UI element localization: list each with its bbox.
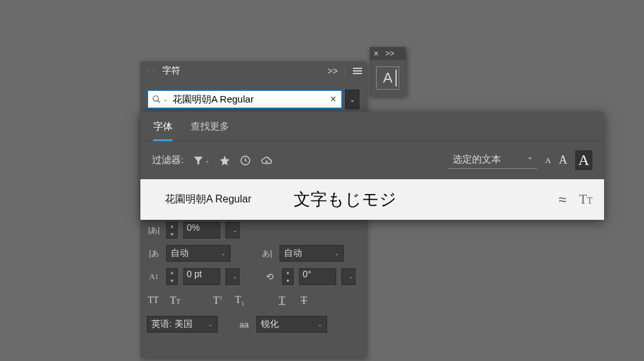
kerning-select[interactable]: 自动⌄ bbox=[166, 245, 231, 262]
panel-collapse-icon[interactable]: >> bbox=[327, 66, 337, 76]
type-tool-tile[interactable]: A bbox=[376, 66, 399, 90]
superscript-button[interactable]: T1 bbox=[211, 295, 224, 306]
divider: | bbox=[345, 66, 346, 76]
character-controls: |あ| ▲▼ 0% ⌄ |あ 自动⌄ あ| 自动⌄ A↕ ▲▼ 0 pt ⌄ ⟲… bbox=[140, 215, 366, 339]
baseline-dropdown[interactable]: ⌄ bbox=[225, 268, 240, 285]
tsume-stepper[interactable]: ▲▼ bbox=[166, 222, 178, 239]
font-item-name: 花園明朝A Regular bbox=[152, 193, 281, 206]
font-search-box[interactable]: ⌄ × bbox=[147, 90, 343, 109]
smallcaps-button[interactable]: TT bbox=[169, 295, 182, 306]
chevron-down-icon[interactable]: ⌄ bbox=[163, 96, 168, 102]
truetype-icon: TT bbox=[579, 192, 592, 207]
svg-point-0 bbox=[153, 96, 158, 101]
filter-row: 过滤器: ⌄ 选定的文本 A A A bbox=[140, 141, 604, 179]
font-list-item[interactable]: 花園明朝A Regular 文字もじモジ ≈ TT bbox=[140, 179, 604, 220]
tsume-dropdown[interactable]: ⌄ bbox=[225, 222, 240, 239]
tab-fonts[interactable]: 字体 bbox=[153, 121, 173, 141]
rotation-stepper[interactable]: ▲▼ bbox=[282, 268, 294, 285]
rotation-icon: ⟲ bbox=[263, 269, 277, 284]
kerning-icon: |あ bbox=[147, 246, 161, 260]
preview-text-select[interactable]: 选定的文本 bbox=[448, 152, 537, 169]
search-icon bbox=[152, 95, 161, 104]
tab-find-more[interactable]: 查找更多 bbox=[191, 121, 229, 141]
allcaps-button[interactable]: TT bbox=[147, 295, 160, 306]
antialias-icon: aa bbox=[237, 317, 251, 331]
baseline-input[interactable]: 0 pt bbox=[183, 268, 220, 285]
tracking-icon: あ| bbox=[260, 246, 274, 260]
preview-size-medium[interactable]: A bbox=[559, 153, 567, 167]
type-icon-panel: × >> A bbox=[370, 47, 406, 96]
icon-panel-body: A bbox=[370, 60, 406, 96]
font-search-input[interactable] bbox=[170, 94, 329, 105]
preview-size-large[interactable]: A bbox=[575, 150, 592, 170]
clear-icon[interactable]: × bbox=[329, 93, 337, 105]
panel-tab-bar: ⋮⋮ 字符 >> | bbox=[140, 61, 366, 81]
preview-size-small[interactable]: A bbox=[545, 155, 551, 166]
strikethrough-button[interactable]: T bbox=[298, 295, 310, 306]
font-dropdown-toggle[interactable]: ⌄ bbox=[345, 90, 359, 109]
favorite-star-icon[interactable] bbox=[219, 155, 231, 166]
panel-menu-icon[interactable] bbox=[353, 66, 362, 75]
language-select[interactable]: 英语: 美国⌄ bbox=[147, 316, 218, 333]
collapse-icon[interactable]: >> bbox=[385, 49, 394, 58]
recent-clock-icon[interactable] bbox=[240, 155, 251, 166]
close-icon[interactable]: × bbox=[374, 48, 379, 59]
font-dropdown-panel: 字体 查找更多 过滤器: ⌄ 选定的文本 A A A 花園明朝A Regular… bbox=[140, 112, 604, 220]
tsume-icon: |あ| bbox=[147, 223, 161, 237]
underline-button[interactable]: T bbox=[276, 295, 289, 306]
baseline-shift-icon: A↕ bbox=[147, 269, 161, 284]
filter-funnel-icon[interactable]: ⌄ bbox=[193, 155, 210, 166]
font-search-row: ⌄ × ⌄ bbox=[140, 81, 366, 115]
drag-grip-icon[interactable]: ⋮⋮ bbox=[144, 68, 157, 75]
filter-label: 过滤器: bbox=[152, 154, 184, 166]
antialias-select[interactable]: 锐化⌄ bbox=[256, 316, 327, 333]
panel-title[interactable]: 字符 bbox=[162, 65, 180, 77]
baseline-stepper[interactable]: ▲▼ bbox=[166, 268, 178, 285]
cloud-activate-icon[interactable] bbox=[260, 155, 273, 166]
icon-panel-header: × >> bbox=[370, 47, 406, 60]
tsume-input[interactable]: 0% bbox=[183, 222, 220, 239]
text-transform-row: TT TT T1 T1 T T bbox=[147, 291, 359, 309]
font-item-sample: 文字もじモジ bbox=[294, 188, 540, 211]
tracking-select[interactable]: 自动⌄ bbox=[279, 245, 344, 262]
svg-line-1 bbox=[158, 101, 160, 103]
rotation-input[interactable]: 0° bbox=[299, 268, 336, 285]
similar-fonts-icon[interactable]: ≈ bbox=[558, 191, 566, 208]
font-dropdown-tabs: 字体 查找更多 bbox=[140, 112, 604, 141]
subscript-button[interactable]: T1 bbox=[233, 294, 246, 307]
rotation-dropdown[interactable]: ⌄ bbox=[341, 268, 355, 285]
